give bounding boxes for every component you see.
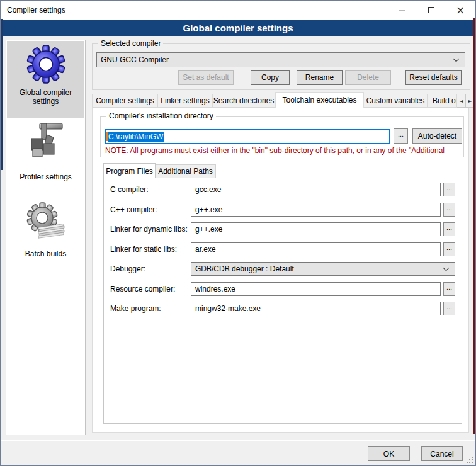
ok-button[interactable]: OK	[368, 446, 410, 461]
group-label: Selected compiler	[98, 39, 163, 48]
toolchain-subtabs: Program Files Additional Paths	[103, 163, 216, 178]
banner: Global compiler settings	[1, 20, 475, 36]
rename-button[interactable]: Rename	[297, 70, 343, 85]
cpp-compiler-label: C++ compiler:	[110, 203, 191, 217]
program-files-page: C compiler: gcc.exe ... C++ compiler: g+…	[103, 178, 462, 424]
make-program-label: Make program:	[110, 302, 191, 315]
c-compiler-label: C compiler:	[110, 183, 191, 196]
debugger-label: Debugger:	[110, 262, 191, 276]
background-artifact-right	[473, 18, 475, 434]
reset-defaults-button[interactable]: Reset defaults	[405, 70, 462, 85]
resource-compiler-browse-button[interactable]: ...	[443, 282, 455, 296]
resource-compiler-label: Resource compiler:	[110, 282, 191, 296]
installation-directory-input[interactable]: C:\raylib\MinGW	[105, 129, 390, 144]
delete-button[interactable]: Delete	[345, 70, 391, 85]
c-compiler-input[interactable]: gcc.exe	[191, 183, 441, 196]
c-compiler-browse-button[interactable]: ...	[443, 183, 455, 196]
sidebar-item-label: Global compiler settings	[7, 88, 84, 106]
installation-directory-value: C:\raylib\MinGW	[108, 132, 164, 142]
settings-tabs: Compiler settings Linker settings Search…	[92, 92, 475, 108]
dynamic-linker-browse-button[interactable]: ...	[443, 222, 455, 236]
gray-gear-stack-icon	[26, 202, 66, 242]
dynamic-linker-input[interactable]: g++.exe	[191, 222, 441, 236]
cpp-compiler-input[interactable]: g++.exe	[191, 203, 441, 217]
sidebar-item-batch-builds[interactable]: Batch builds	[7, 200, 84, 271]
background-artifact-left	[1, 19, 3, 170]
scroll-right-icon: ►	[468, 98, 472, 104]
minimize-button[interactable]	[388, 1, 417, 20]
tab-compiler-settings[interactable]: Compiler settings	[92, 94, 158, 108]
chevron-down-icon	[453, 55, 460, 62]
tab-toolchain-executables[interactable]: Toolchain executables	[275, 92, 364, 108]
caliper-icon	[26, 121, 66, 161]
static-linker-input[interactable]: ar.exe	[191, 242, 441, 256]
make-program-input[interactable]: mingw32-make.exe	[191, 302, 441, 315]
debugger-row: Debugger: GDB/CDB debugger : Default	[110, 262, 455, 276]
blue-gear-icon	[26, 44, 66, 84]
chevron-down-icon	[443, 264, 450, 271]
dynamic-linker-label: Linker for dynamic libs:	[110, 222, 191, 236]
tab-linker-settings[interactable]: Linker settings	[158, 94, 213, 108]
maximize-button[interactable]	[417, 1, 446, 20]
make-program-row: Make program: mingw32-make.exe ...	[110, 302, 455, 315]
dynamic-linker-row: Linker for dynamic libs: g++.exe ...	[110, 222, 455, 236]
sidebar-item-label: Profiler settings	[20, 173, 72, 181]
sidebar-item-global-compiler-settings[interactable]: Global compiler settings	[7, 41, 84, 118]
c-compiler-row: C compiler: gcc.exe ...	[110, 183, 455, 196]
debugger-select[interactable]: GDB/CDB debugger : Default	[191, 262, 455, 276]
maximize-icon	[428, 7, 434, 13]
compiler-settings-dialog: Compiler settings × Global compiler sett…	[0, 0, 476, 466]
installation-directory-browse-button[interactable]: ...	[394, 128, 408, 144]
tab-custom-variables[interactable]: Custom variables	[364, 94, 428, 108]
cancel-button[interactable]: Cancel	[421, 446, 463, 461]
tab-search-directories[interactable]: Search directories	[213, 94, 275, 108]
make-program-browse-button[interactable]: ...	[443, 302, 455, 315]
note-text: NOTE: All programs must exist either in …	[105, 146, 460, 155]
resource-compiler-input[interactable]: windres.exe	[191, 282, 441, 296]
resize-grip[interactable]	[465, 455, 473, 463]
footer-divider-highlight	[1, 440, 476, 441]
window-title: Compiler settings	[7, 6, 65, 14]
close-icon: ×	[456, 5, 465, 16]
set-as-default-button[interactable]: Set as default	[178, 70, 234, 85]
resource-compiler-row: Resource compiler: windres.exe ...	[110, 282, 455, 296]
static-linker-label: Linker for static libs:	[110, 242, 191, 256]
group-label: Compiler's installation directory	[106, 111, 216, 120]
banner-title: Global compiler settings	[183, 23, 293, 33]
copy-button[interactable]: Copy	[251, 70, 290, 85]
settings-category-list: Global compiler settings Profiler settin…	[6, 40, 86, 435]
minimize-icon	[399, 10, 405, 11]
subtab-additional-paths[interactable]: Additional Paths	[156, 164, 216, 178]
tab-scroll-left-button[interactable]: ◄	[457, 94, 466, 108]
tab-build-options[interactable]: Build options	[428, 94, 457, 108]
close-button[interactable]: ×	[446, 1, 475, 20]
cpp-compiler-row: C++ compiler: g++.exe ...	[110, 203, 455, 217]
compiler-select[interactable]: GNU GCC Compiler	[96, 52, 465, 67]
compiler-select-value: GNU GCC Compiler	[97, 55, 454, 64]
sidebar-item-profiler-settings[interactable]: Profiler settings	[7, 120, 84, 191]
static-linker-browse-button[interactable]: ...	[443, 242, 455, 256]
debugger-select-value: GDB/CDB debugger : Default	[191, 264, 444, 273]
scroll-left-icon: ◄	[459, 98, 463, 104]
sidebar-item-label: Batch builds	[25, 249, 66, 258]
auto-detect-button[interactable]: Auto-detect	[412, 128, 462, 144]
cpp-compiler-browse-button[interactable]: ...	[443, 203, 455, 217]
static-linker-row: Linker for static libs: ar.exe ...	[110, 242, 455, 256]
titlebar[interactable]: Compiler settings ×	[1, 1, 475, 20]
subtab-program-files[interactable]: Program Files	[103, 163, 156, 178]
